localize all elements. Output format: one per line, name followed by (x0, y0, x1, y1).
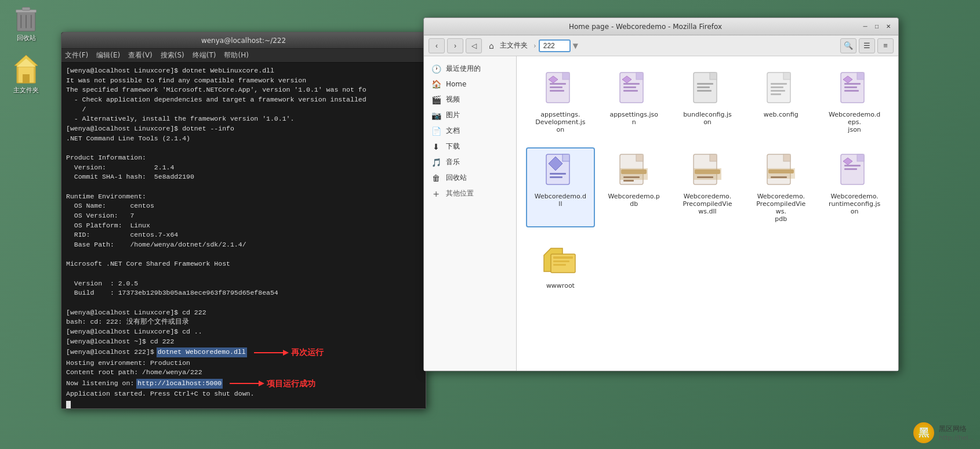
sidebar-item-videos[interactable]: 🎬 视频 (424, 92, 516, 107)
file-item-webcoredemo-precompiled-pdb[interactable]: Webcoredemo.PrecompiledViews.pdb (746, 147, 815, 227)
webcoredemo-dll-icon (542, 152, 579, 189)
terminal-line-8: .NET Command Line Tools (2.1.4) (66, 134, 421, 144)
menu-help[interactable]: 帮助(H) (224, 50, 248, 60)
fm-close-button[interactable]: ✕ (884, 23, 892, 31)
fm-up-button[interactable]: ◁ (466, 38, 482, 53)
desktop-icon-home[interactable]: 主文件夹 (6, 54, 46, 95)
watermark-logo: 黑 (913, 422, 934, 443)
file-name-webcoredemo-precompiled-dll: Webcoredemo.PrecompiledViews.dll (681, 193, 734, 215)
terminal-line-19: Base Path: /home/wenya/dotnet/sdk/2.1.4/ (66, 240, 421, 250)
svg-rect-82 (553, 260, 569, 262)
svg-marker-13 (259, 381, 264, 386)
file-name-webcoredemo-deps: Webcoredemo.deps.json (829, 111, 881, 133)
desktop-icon-trash[interactable]: 回收站 (6, 6, 46, 42)
fm-titlebar: Home page - Webcoredemo - Mozilla Firefo… (424, 18, 898, 35)
terminal-line-7: [wenya@localhost Linuxcore]$ dotnet --in… (66, 124, 421, 134)
svg-rect-32 (697, 86, 710, 88)
terminal-menubar: 文件(F) 编辑(E) 查看(V) 搜索(S) 终端(T) 帮助(H) (61, 49, 426, 63)
fm-forward-button[interactable]: › (447, 38, 463, 53)
terminal-line-30: [wenya@localhost 222]$ dotnet Webcoredem… (66, 346, 421, 358)
file-item-bundleconfig[interactable]: bundleconfig.json (673, 66, 742, 138)
fm-home-icon: ⌂ (489, 41, 494, 50)
svg-rect-43 (857, 73, 864, 79)
sidebar-label-downloads: 下载 (446, 142, 460, 151)
sidebar-item-music[interactable]: 🎵 音乐 (424, 154, 516, 170)
sidebar-label-other: 其他位置 (446, 189, 474, 198)
fm-window-buttons: ─ □ ✕ (861, 23, 892, 31)
svg-rect-71 (768, 169, 794, 173)
svg-rect-81 (553, 256, 573, 259)
terminal-line-34: Application started. Press Ctrl+C to shu… (66, 389, 421, 399)
sidebar-item-pictures[interactable]: 📷 图片 (424, 107, 516, 123)
menu-edit[interactable]: 编辑(E) (96, 50, 120, 60)
arrow1-icon (254, 347, 289, 359)
sidebar-item-home[interactable]: 🏠 Home (424, 77, 516, 92)
fm-back-button[interactable]: ‹ (429, 38, 445, 53)
home-folder-icon (12, 54, 40, 86)
sidebar-item-trash[interactable]: 🗑 回收站 (424, 170, 516, 186)
file-item-webconfig[interactable]: web.config (746, 66, 815, 138)
svg-rect-69 (783, 154, 790, 161)
file-name-runtimeconfig: Webcoredemo.runtimeconfig.json (829, 193, 881, 215)
terminal-window: wenya@localhost:~/222 文件(F) 编辑(E) 查看(V) … (61, 32, 426, 409)
highlighted-url: http://localhost:5000 (136, 379, 223, 389)
fm-settings-button[interactable]: ≡ (877, 38, 894, 53)
file-item-wwwroot[interactable]: wwwroot (526, 237, 595, 294)
terminal-line-14: Runtime Environment: (66, 192, 421, 202)
file-item-webcoredemo-dll[interactable]: Webcoredemo.dll (526, 147, 595, 227)
fm-folder-input[interactable] (539, 39, 571, 52)
terminal-line-27: bash: cd: 222: 没有那个文件或目录 (66, 317, 421, 327)
svg-marker-11 (283, 350, 289, 356)
terminal-line-17: OS Platform: Linux (66, 221, 421, 231)
annotation1-label: 再次运行 (291, 346, 324, 358)
menu-search[interactable]: 搜索(S) (161, 50, 184, 60)
file-item-webcoredemo-pdb[interactable]: Webcoredemo.pdb (600, 147, 669, 227)
terminal-line-28: [wenya@localhost Linuxcore]$ cd .. (66, 327, 421, 337)
terminal-line-2: It was not possible to find any compatib… (66, 76, 421, 86)
svg-rect-60 (623, 180, 634, 182)
svg-rect-18 (550, 86, 562, 88)
svg-rect-53 (550, 176, 562, 178)
terminal-line-15: OS Name: centos (66, 201, 421, 211)
menu-terminal[interactable]: 终端(T) (193, 50, 216, 60)
fm-restore-button[interactable]: □ (873, 23, 881, 31)
fm-breadcrumb-home[interactable]: 主文件夹 (496, 39, 531, 52)
svg-rect-77 (844, 168, 857, 170)
menu-view[interactable]: 查看(V) (128, 50, 153, 60)
music-icon: 🎵 (431, 158, 441, 167)
svg-rect-9 (23, 74, 30, 83)
file-item-runtimeconfig[interactable]: Webcoredemo.runtimeconfig.json (820, 147, 889, 227)
file-item-appsettings-dev[interactable]: appsettings.Development.json (526, 66, 595, 138)
svg-rect-2 (22, 8, 30, 10)
file-item-appsettings[interactable]: appsettings.json (600, 66, 669, 138)
svg-rect-46 (844, 90, 859, 92)
file-name-webcoredemo-dll: Webcoredemo.dll (534, 193, 586, 208)
trash-icon (12, 6, 40, 34)
sidebar-item-downloads[interactable]: ⬇ 下载 (424, 139, 516, 154)
sidebar-label-documents: 文档 (446, 126, 460, 136)
terminal-line-12: Commit SHA-1 hash: 5e8add2190 (66, 172, 421, 182)
fm-title: Home page - Webcoredemo - Mozilla Firefo… (430, 23, 861, 31)
sidebar-label-recent: 最近使用的 (446, 64, 481, 74)
file-name-bundleconfig: bundleconfig.json (681, 111, 734, 126)
file-name-appsettings-dev: appsettings.Development.json (534, 111, 586, 133)
sidebar-label-home: Home (446, 80, 466, 88)
svg-rect-19 (550, 90, 564, 92)
svg-rect-23 (636, 73, 643, 79)
terminal-line-29: [wenya@localhost ~]$ cd 222 (66, 337, 421, 347)
svg-rect-59 (623, 176, 640, 178)
terminal-line-10: Product Information: (66, 153, 421, 163)
menu-file[interactable]: 文件(F) (65, 50, 88, 60)
fm-search-button[interactable]: 🔍 (840, 38, 856, 53)
file-item-webcoredemo-deps[interactable]: Webcoredemo.deps.json (820, 66, 889, 138)
sidebar-item-documents[interactable]: 📄 文档 (424, 123, 516, 139)
fm-minimize-button[interactable]: ─ (861, 23, 869, 31)
fm-sidebar: 🕐 最近使用的 🏠 Home 🎬 视频 📷 图片 📄 文档 (424, 56, 517, 371)
file-item-webcoredemo-precompiled-dll[interactable]: Webcoredemo.PrecompiledViews.dll (673, 147, 742, 227)
svg-rect-17 (550, 83, 566, 85)
sidebar-item-other[interactable]: + 其他位置 (424, 186, 516, 201)
terminal-titlebar: wenya@localhost:~/222 (61, 32, 426, 49)
sidebar-item-recent[interactable]: 🕐 最近使用的 (424, 61, 516, 77)
svg-rect-63 (710, 154, 717, 161)
fm-view-toggle-button[interactable]: ☰ (859, 38, 875, 53)
